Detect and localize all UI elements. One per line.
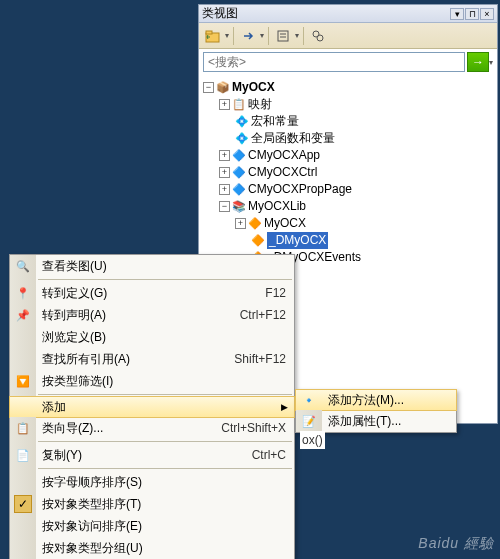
- context-menu: 🔍查看类图(U) 📍转到定义(G)F12 📌转到声明(A)Ctrl+F12 浏览…: [9, 254, 295, 559]
- tree-label: _DMyOCX: [267, 232, 328, 249]
- dropdown-arrow-icon[interactable]: ▾: [295, 31, 299, 40]
- svg-rect-1: [206, 31, 212, 34]
- class-icon: 🔷: [232, 166, 246, 180]
- search-row: → ▾: [199, 49, 497, 75]
- tree-item[interactable]: 💠全局函数和变量: [203, 130, 493, 147]
- separator: [303, 27, 304, 45]
- tree-item[interactable]: −📚MyOCXLib: [203, 198, 493, 215]
- search-go-button[interactable]: →: [467, 52, 489, 72]
- menu-filter-by-type[interactable]: 🔽按类型筛选(I): [10, 370, 294, 392]
- settings-icon[interactable]: [273, 26, 293, 46]
- panel-title-buttons: ▾ ⊓ ×: [450, 8, 494, 20]
- interface-icon: 🔶: [248, 217, 262, 231]
- tree-item[interactable]: +🔶MyOCX: [203, 215, 493, 232]
- filter-icon: 🔽: [16, 374, 30, 388]
- separator: [268, 27, 269, 45]
- tree-item[interactable]: +🔷CMyOCXCtrl: [203, 164, 493, 181]
- diagram-icon: 🔍: [16, 259, 30, 273]
- tree-label: MyOCXLib: [248, 198, 306, 215]
- class-icon: 🔷: [232, 183, 246, 197]
- macro-icon: 💠: [235, 115, 249, 129]
- tree-item[interactable]: +🔷CMyOCXPropPage: [203, 181, 493, 198]
- close-button[interactable]: ×: [480, 8, 494, 20]
- menu-copy[interactable]: 📄复制(Y)Ctrl+C: [10, 444, 294, 466]
- tree-label: 全局函数和变量: [251, 130, 335, 147]
- svg-point-6: [317, 35, 323, 41]
- dropdown-arrow-icon[interactable]: ▾: [225, 31, 229, 40]
- tree-item[interactable]: 💠宏和常量: [203, 113, 493, 130]
- tree-label: CMyOCXApp: [248, 147, 320, 164]
- tree-item-selected[interactable]: 🔶_DMyOCX: [203, 232, 493, 249]
- copy-icon: 📄: [16, 448, 30, 462]
- check-icon: ✓: [14, 495, 32, 513]
- expand-icon[interactable]: +: [219, 184, 230, 195]
- menu-group-object-type[interactable]: 按对象类型分组(U): [10, 537, 294, 559]
- property-icon: 📝: [302, 414, 316, 428]
- menu-sort-object-type[interactable]: ✓按对象类型排序(T): [10, 493, 294, 515]
- tree-label: MyOCX: [264, 215, 306, 232]
- view-icon[interactable]: [308, 26, 328, 46]
- tree-root[interactable]: −📦MyOCX: [203, 79, 493, 96]
- interface-icon: 🔶: [251, 234, 265, 248]
- submenu-add-property[interactable]: 📝添加属性(T)...: [296, 410, 456, 432]
- panel-title-text: 类视图: [202, 5, 238, 22]
- collapse-icon[interactable]: −: [219, 201, 230, 212]
- separator: [233, 27, 234, 45]
- tree-item[interactable]: +🔷CMyOCXApp: [203, 147, 493, 164]
- context-submenu-add: 🔹添加方法(M)... 📝添加属性(T)...: [295, 389, 457, 433]
- dropdown-button[interactable]: ▾: [450, 8, 464, 20]
- submenu-arrow-icon: ▶: [281, 402, 288, 412]
- menu-class-wizard[interactable]: 📋类向导(Z)...Ctrl+Shift+X: [10, 417, 294, 439]
- menu-sort-object-access[interactable]: 按对象访问排序(E): [10, 515, 294, 537]
- tree-label: 映射: [248, 96, 272, 113]
- tree-item[interactable]: +📋映射: [203, 96, 493, 113]
- project-icon: 📦: [216, 81, 230, 95]
- watermark: Baidu 經驗: [418, 535, 494, 553]
- menu-goto-definition[interactable]: 📍转到定义(G)F12: [10, 282, 294, 304]
- tree-label: 宏和常量: [251, 113, 299, 130]
- menu-view-class-diagram[interactable]: 🔍查看类图(U): [10, 255, 294, 277]
- menu-find-all-references[interactable]: 查找所有引用(A)Shift+F12: [10, 348, 294, 370]
- expand-icon[interactable]: +: [219, 99, 230, 110]
- expand-icon[interactable]: +: [219, 150, 230, 161]
- bottom-text: ox(): [300, 431, 325, 449]
- menu-sort-alpha[interactable]: 按字母顺序排序(S): [10, 471, 294, 493]
- dropdown-arrow-icon[interactable]: ▾: [489, 58, 493, 67]
- tree-label: CMyOCXPropPage: [248, 181, 352, 198]
- folder-back-icon[interactable]: [203, 26, 223, 46]
- submenu-add-method[interactable]: 🔹添加方法(M)...: [295, 389, 457, 411]
- method-icon: 🔹: [302, 393, 316, 407]
- search-input[interactable]: [203, 52, 465, 72]
- menu-add[interactable]: 添加▶: [9, 396, 295, 418]
- expand-icon[interactable]: +: [219, 167, 230, 178]
- goto-decl-icon: 📌: [16, 308, 30, 322]
- pin-button[interactable]: ⊓: [465, 8, 479, 20]
- class-icon: 🔷: [232, 149, 246, 163]
- map-icon: 📋: [232, 98, 246, 112]
- forward-icon[interactable]: [238, 26, 258, 46]
- goto-def-icon: 📍: [16, 286, 30, 300]
- collapse-icon[interactable]: −: [203, 82, 214, 93]
- toolbar: ▾ ▾ ▾: [199, 23, 497, 49]
- wizard-icon: 📋: [16, 421, 30, 435]
- tree-view[interactable]: −📦MyOCX +📋映射 💠宏和常量 💠全局函数和变量 +🔷CMyOCXApp …: [199, 75, 497, 270]
- dropdown-arrow-icon[interactable]: ▾: [260, 31, 264, 40]
- tree-label: MyOCX: [232, 79, 275, 96]
- global-icon: 💠: [235, 132, 249, 146]
- expand-icon[interactable]: +: [235, 218, 246, 229]
- lib-icon: 📚: [232, 200, 246, 214]
- menu-browse-definition[interactable]: 浏览定义(B): [10, 326, 294, 348]
- menu-goto-declaration[interactable]: 📌转到声明(A)Ctrl+F12: [10, 304, 294, 326]
- tree-label: CMyOCXCtrl: [248, 164, 317, 181]
- panel-titlebar: 类视图 ▾ ⊓ ×: [199, 5, 497, 23]
- svg-rect-2: [278, 31, 288, 41]
